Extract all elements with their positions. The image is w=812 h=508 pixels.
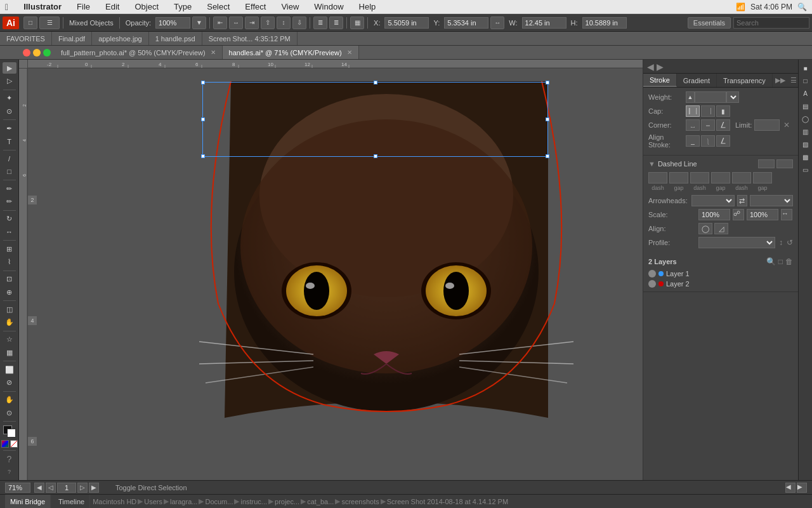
panel-nav-right[interactable]: ▶ [657,62,664,72]
right-tool-9[interactable]: ▭ [800,164,811,175]
zoom-tool[interactable]: ⊙ [3,407,16,418]
text-tool[interactable]: T [3,135,16,147]
gap-3-input[interactable] [753,172,772,184]
handle-mr[interactable] [546,117,549,121]
magic-wand-tool[interactable]: ✦ [3,93,16,104]
opacity-input[interactable] [155,17,190,29]
right-tool-4[interactable]: ▤ [800,100,811,112]
arrowhead-end-select[interactable] [750,195,793,206]
corner-round-btn[interactable]: ⎼ [701,119,715,131]
align-inside-stroke-btn[interactable]: ⎱ [701,135,715,147]
transform-link-btn[interactable]: ↔ [490,17,504,29]
reflect-tool[interactable]: ↔ [3,226,16,237]
align-arrows-to-stroke-btn[interactable]: ◿ [714,223,728,234]
canvas-area[interactable]: 2 4 6 [28,69,643,480]
doc-profile-btn[interactable]: □ [23,17,37,29]
breadcrumb-8[interactable]: Screen Shot 2014-08-18 at 4.14.12 PM [387,498,508,505]
menu-type[interactable]: Type [171,2,194,11]
align-left-btn[interactable]: ⇤ [213,17,227,29]
right-tool-6[interactable]: ▥ [800,126,811,137]
dashed-pattern-btn2[interactable] [776,159,793,168]
page-input[interactable] [57,483,76,493]
profile-reset-btn[interactable]: ↺ [787,238,793,247]
paintbrush-tool[interactable]: ✏ [3,183,16,194]
layers-delete-icon[interactable]: 🗑 [785,257,793,266]
line-tool[interactable]: / [3,153,16,164]
dash-3-input[interactable] [732,172,751,184]
corner-miter-btn[interactable]: ⎵ [686,119,700,131]
question-mark-btn2[interactable]: ? [3,466,16,478]
prev-page-btn[interactable]: ◀ [34,483,44,493]
free-transform-tool[interactable]: ⊡ [3,274,16,285]
breadcrumb-1[interactable]: Users [144,498,162,505]
w-input[interactable] [522,17,566,29]
opacity-mode-btn[interactable]: ▼ [192,17,206,29]
cap-butt-btn[interactable]: |⎸| [686,105,700,117]
zoom-input[interactable] [5,483,30,493]
gradient-tab[interactable]: Gradient [677,74,717,87]
menu-effect[interactable]: Effect [242,2,268,11]
lasso-tool[interactable]: ⊙ [3,105,16,117]
align-top-btn[interactable]: ⇧ [261,17,275,29]
artboard-left-btn[interactable]: ◀ [785,483,796,493]
warp-tool[interactable]: ⌇ [3,256,16,267]
breadcrumb-6[interactable]: cat_ba... [307,498,334,505]
dashed-collapse-icon[interactable]: ▼ [648,160,655,168]
search-icon[interactable]: 🔍 [797,3,807,11]
handle-tr[interactable] [546,81,549,84]
handle-tl[interactable] [201,81,205,84]
align-center-stroke-btn[interactable]: ⎯ [686,135,700,147]
limit-close-btn[interactable]: ✕ [783,121,790,130]
slice-tool[interactable]: ⊘ [3,377,16,389]
pen-tool[interactable]: ✒ [3,123,16,134]
weight-up-btn[interactable]: ▲ [686,91,695,103]
right-tool-1[interactable]: ■ [800,62,811,74]
hand-tool[interactable]: ✋ [3,394,16,406]
question-mark-btn[interactable]: ? [3,453,16,464]
menu-view[interactable]: View [278,2,301,11]
file-tab-favorites[interactable]: FAVORITES [0,32,52,45]
dash-2-input[interactable] [690,172,709,184]
handle-br[interactable] [546,154,549,158]
panel-more-btn[interactable]: ▶▶ [773,74,788,87]
layer-eye-1[interactable] [648,270,656,277]
file-tab-appleshoe[interactable]: appleshoe.jpg [92,32,149,45]
right-tool-7[interactable]: ▧ [800,138,811,150]
rect-tool[interactable]: □ [3,166,16,177]
align-center-v-btn[interactable]: ↕ [277,17,291,29]
scale-start-input[interactable] [698,209,730,220]
artboard-right-btn[interactable]: ▶ [797,483,807,493]
direct-selection-tool[interactable]: ▷ [3,75,16,86]
menu-window[interactable]: Window [311,2,346,11]
doc-tab-handles[interactable]: handles.ai* @ 71% (CMYK/Preview) ✕ [223,46,359,59]
selection-tool[interactable]: ▶ [3,62,16,74]
align-outside-stroke-btn[interactable]: ⎳ [716,135,730,147]
right-tool-8[interactable]: ▩ [800,151,811,163]
mini-bridge-tab[interactable]: Mini Bridge [5,495,51,508]
scale-end-input[interactable] [747,209,778,220]
swap-arrows-btn[interactable]: ⇄ [737,195,747,206]
layer-eye-2[interactable] [648,280,656,288]
dashed-pattern-btn1[interactable] [758,159,775,168]
breadcrumb-4[interactable]: instruc... [240,498,267,505]
gradient-tool[interactable]: ◫ [3,304,16,315]
none-btn[interactable] [10,440,18,448]
limit-input[interactable] [754,119,780,131]
profile-select[interactable] [698,237,775,248]
first-page-btn[interactable]: ◁ [46,483,56,493]
eyedropper-tool[interactable]: ✋ [3,316,16,328]
h-input[interactable] [582,17,627,29]
right-tool-3[interactable]: A [800,88,811,99]
apple-icon[interactable]:  [5,2,8,12]
color-btn[interactable] [1,440,9,448]
menu-object[interactable]: Object [132,2,161,11]
y-input[interactable] [444,17,488,29]
doc-setup-btn[interactable]: ☰ [39,17,60,29]
stroke-swatch[interactable] [7,429,16,438]
profile-flip-btn[interactable]: ↕ [779,238,783,247]
doc-tab-handles-close[interactable]: ✕ [347,49,352,56]
handle-bm[interactable] [374,154,377,158]
scale-link-btn[interactable]: ↔ [781,209,792,220]
right-tool-5[interactable]: ◯ [800,113,811,124]
x-input[interactable] [384,17,429,29]
